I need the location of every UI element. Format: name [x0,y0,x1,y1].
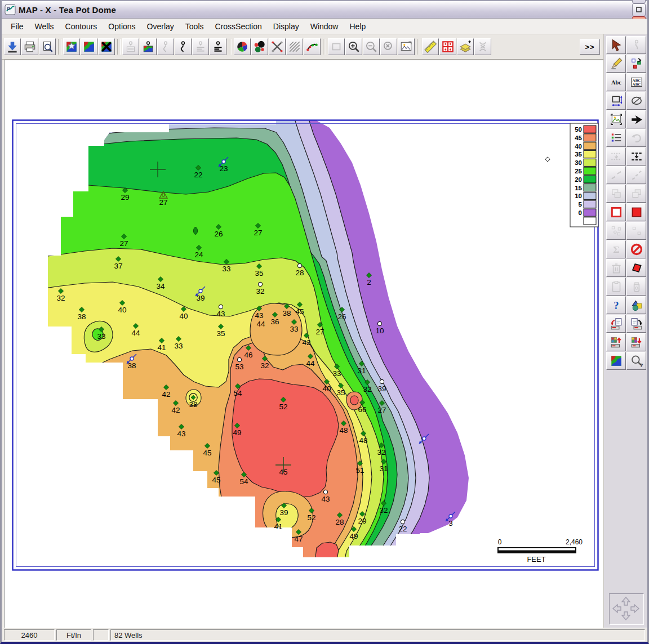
svg-text:32: 32 [363,385,371,393]
svg-text:42: 42 [162,390,170,399]
menu-contours[interactable]: Contours [60,20,103,33]
rectangle-button [328,38,345,55]
toolbar: >> [2,34,603,60]
menu-crosssection[interactable]: CrossSection [210,20,268,33]
toolbar-separator [229,39,232,55]
text-abcabc-button[interactable]: ABCABC [626,73,646,91]
arrow-black-button[interactable] [626,110,646,128]
svg-text:42: 42 [302,338,310,347]
menu-help[interactable]: Help [344,20,371,33]
svg-text:29: 29 [358,517,366,525]
toolbar-separator [58,39,61,55]
svg-text:22: 22 [194,171,202,179]
svg-text:ABC: ABC [632,82,641,87]
diag-seg-2-button [626,166,646,184]
red-spot-66 [350,396,358,405]
menu-tools[interactable]: Tools [180,20,210,33]
image-frame-button[interactable] [606,110,626,128]
grid-arrow-up-button[interactable] [606,333,626,351]
layers-button[interactable] [457,38,474,55]
scale-bar: 02,460FEET [497,538,583,564]
map-new-button[interactable] [63,38,80,55]
rect-size-button[interactable] [606,92,626,110]
grid-arrow-down-button[interactable] [626,333,646,351]
map-mini-button[interactable] [606,352,626,370]
pencil-button[interactable] [606,55,626,73]
svg-text:32: 32 [377,448,385,457]
bubble-map-button[interactable] [251,38,268,55]
toolbar-overflow-button[interactable]: >> [580,39,600,55]
image-export-button[interactable] [398,38,415,55]
well-2: 2 [366,272,371,287]
ellipse-off-button[interactable] [626,92,646,110]
svg-text:36: 36 [270,317,279,326]
svg-text:27: 27 [377,406,386,414]
no-entry-button[interactable] [626,240,646,258]
map-display-button[interactable] [81,38,97,55]
well-question-button [626,36,646,54]
svg-text:40: 40 [118,306,126,314]
well-map-button[interactable] [140,38,157,55]
svg-text:52: 52 [279,402,287,411]
legend-swatch [584,176,596,183]
svg-text:54: 54 [233,389,242,397]
map-canvas[interactable]: 2223292726272427373335283234393238404043… [4,60,603,628]
map-svg[interactable]: 2223292726272427373335283234393238404043… [5,60,603,625]
svg-text:49: 49 [233,428,241,437]
menu-options[interactable]: Options [103,20,141,33]
doc-import-button[interactable] [606,315,626,333]
polygon-red-button[interactable] [626,259,646,277]
contour-bands [5,83,597,589]
legend-swatch [584,200,596,208]
print-preview-button[interactable] [39,38,56,55]
minimize-button[interactable] [632,0,646,3]
zoom-in-button[interactable] [345,38,362,55]
digitize-curve-button[interactable] [304,38,321,55]
svg-text:31: 31 [379,464,388,473]
svg-text:27: 27 [254,229,262,237]
menu-display[interactable]: Display [268,20,305,33]
menu-overlay[interactable]: Overlay [141,20,180,33]
shapes-button[interactable] [626,296,646,314]
search-question-button[interactable]: ? [626,352,646,370]
menu-wells[interactable]: Wells [29,20,60,33]
title-bar[interactable]: MAP - X - Tea Pot Dome [2,1,647,19]
pan-control[interactable] [609,593,644,625]
hatch-fill-button[interactable] [286,38,303,55]
maximize-button[interactable] [632,3,646,16]
measure-ruler-button[interactable] [422,38,439,55]
svg-text:44: 44 [131,329,140,337]
svg-text:39: 39 [377,384,386,393]
well-log-edit-button[interactable] [175,38,192,55]
doc-export-button[interactable] [626,315,646,333]
print-button[interactable] [21,38,38,55]
select-cursor-button[interactable] [606,36,626,54]
cross-section-button[interactable] [269,38,286,55]
square-red-fill-button[interactable] [626,203,646,221]
color-wheel-button[interactable] [234,38,251,55]
grid-red-button[interactable] [439,38,456,55]
svg-text:26: 26 [214,230,223,238]
menu-window[interactable]: Window [305,20,344,33]
square-red-outline-button[interactable] [606,203,626,221]
legend-label: 50 [575,126,582,133]
svg-text:33: 33 [290,325,298,333]
help-button[interactable]: ? [606,296,626,314]
import-button[interactable] [4,38,21,55]
legend-swatch [584,150,596,158]
svg-text:44: 44 [306,359,315,368]
menu-file[interactable]: File [5,20,29,33]
diag-seg-1-button [606,166,626,184]
svg-text:35: 35 [216,329,225,338]
map-delete-button[interactable] [98,38,115,55]
dash-down-button[interactable] [626,147,646,166]
copy-front-button [606,185,626,203]
well-tops-edit-button[interactable] [210,38,226,55]
text-abc-button[interactable]: Abc [606,73,626,91]
app-window: MAP - X - Tea Pot Dome FileWellsContours… [0,0,649,644]
list-colors-button[interactable] [606,129,626,147]
toolbar-separator [323,39,326,55]
layout-sort-button[interactable] [626,55,646,73]
legend-swatch [584,184,596,191]
svg-text:51: 51 [355,466,364,475]
